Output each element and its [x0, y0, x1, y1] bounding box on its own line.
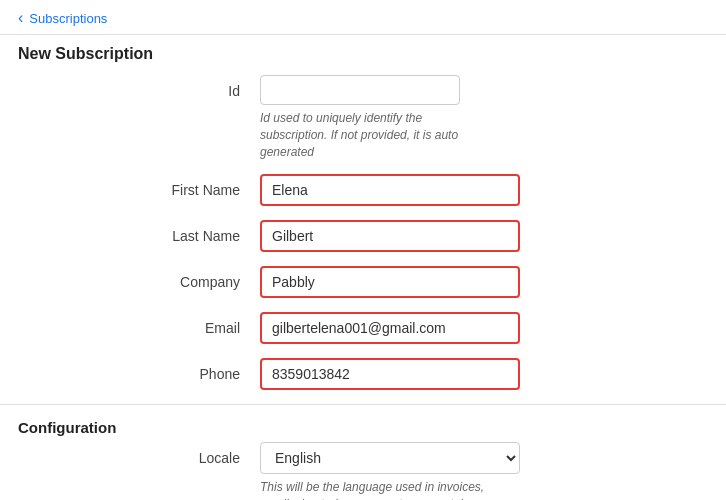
breadcrumb-bar: ‹ Subscriptions: [0, 0, 726, 35]
id-input-wrap: Id used to uniquely identify the subscri…: [260, 75, 460, 160]
email-input[interactable]: [260, 312, 520, 344]
first-name-input-wrap: [260, 174, 520, 206]
email-input-wrap: [260, 312, 520, 344]
last-name-label: Last Name: [30, 220, 260, 244]
first-name-input[interactable]: [260, 174, 520, 206]
locale-label: Locale: [30, 442, 260, 466]
email-label: Email: [30, 312, 260, 336]
id-label: Id: [30, 75, 260, 99]
locale-select[interactable]: English French German Spanish Italian Po…: [260, 442, 520, 474]
company-input-wrap: [260, 266, 520, 298]
back-arrow-icon[interactable]: ‹: [18, 10, 23, 26]
company-label: Company: [30, 266, 260, 290]
first-name-row: First Name: [0, 174, 726, 206]
configuration-section-header: Configuration: [0, 404, 726, 442]
phone-input-wrap: [260, 358, 520, 390]
last-name-row: Last Name: [0, 220, 726, 252]
breadcrumb-parent-link[interactable]: Subscriptions: [29, 11, 107, 26]
configuration-section: Locale English French German Spanish Ita…: [0, 442, 726, 500]
page-title: New Subscription: [0, 35, 726, 75]
configuration-title: Configuration: [18, 419, 116, 436]
last-name-input[interactable]: [260, 220, 520, 252]
id-row: Id Id used to uniquely identify the subs…: [0, 75, 726, 160]
company-input[interactable]: [260, 266, 520, 298]
first-name-label: First Name: [30, 174, 260, 198]
locale-row: Locale English French German Spanish Ita…: [0, 442, 726, 500]
phone-row: Phone: [0, 358, 726, 390]
locale-select-wrap: English French German Spanish Italian Po…: [260, 442, 520, 500]
phone-label: Phone: [30, 358, 260, 382]
locale-hint: This will be the language used in invoic…: [260, 479, 520, 500]
id-input[interactable]: [260, 75, 460, 105]
email-row: Email: [0, 312, 726, 344]
company-row: Company: [0, 266, 726, 298]
phone-input[interactable]: [260, 358, 520, 390]
id-hint: Id used to uniquely identify the subscri…: [260, 110, 460, 160]
last-name-input-wrap: [260, 220, 520, 252]
form-section: Id Id used to uniquely identify the subs…: [0, 75, 726, 390]
